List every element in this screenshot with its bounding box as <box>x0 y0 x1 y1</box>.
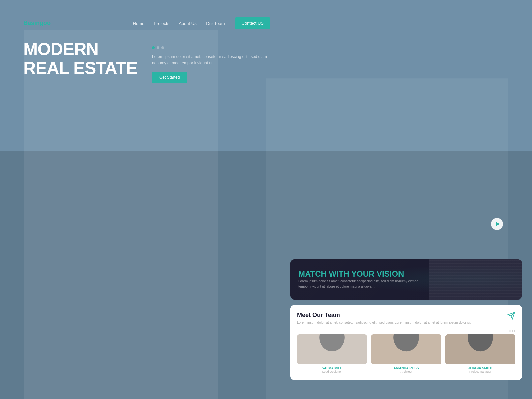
right-panel: Our Projects LABELLA WALL LOS ANGELES Lo… <box>290 10 522 389</box>
dot-2[interactable] <box>157 46 159 49</box>
logo-text: Basing <box>23 20 43 26</box>
hero-title-line1: MODERN <box>23 39 98 59</box>
modern-homes-content: Lorem ipsum dolor sit amet, consetetur s… <box>297 207 515 247</box>
team-role-2: Architect <box>371 370 441 373</box>
match-title-highlight: VISION <box>377 269 404 278</box>
match-vision-section: MATCH WITH YOUR VISION Lorem ipsum dolor… <box>290 259 522 300</box>
team-section: Meet Our Team Lorem ipsum dolor sit amet… <box>290 305 522 380</box>
team-description: Lorem ipsum dolor sit amet, consetetur s… <box>297 320 471 325</box>
navbar: Basingoo Home Projects About Us Our Team… <box>10 10 284 36</box>
team-photo-amanda <box>371 334 441 364</box>
team-dot-2[interactable] <box>512 330 513 332</box>
dot-1[interactable] <box>152 46 155 49</box>
team-navigation-dots <box>297 330 515 332</box>
hero-cta-button[interactable]: Get Started <box>152 72 187 83</box>
dot-3[interactable] <box>161 46 164 49</box>
hero-right-block: Lorem ipsum dolor sit amet, consetetur s… <box>142 40 270 83</box>
team-members-grid: SALMA MILL Lead Designer AMANDA ROSS Arc… <box>297 334 515 373</box>
team-name-1: SALMA MILL <box>297 366 367 370</box>
match-building-grid <box>429 259 522 300</box>
logo[interactable]: Basingoo <box>23 20 51 27</box>
nav-links: Home Projects About Us Our Team <box>133 20 225 26</box>
logo-highlight: oo <box>43 20 51 26</box>
match-title: MATCH WITH YOUR VISION <box>298 269 514 279</box>
hero-description: Lorem ipsum dolor sit amet, consetetur s… <box>152 54 270 66</box>
contact-button[interactable]: Contact US <box>235 17 270 29</box>
team-member-3: JORGIA SMITH Project Manager <box>445 334 515 373</box>
hero-carousel-dots <box>152 46 270 49</box>
hero-title-line2: REAL ESTATE <box>23 58 137 78</box>
team-name-2: AMANDA ROSS <box>371 366 441 370</box>
team-dot-1[interactable] <box>509 330 511 332</box>
hero-title: MODERN REAL ESTATE <box>23 40 142 78</box>
team-photo-salma <box>297 334 367 364</box>
nav-about[interactable]: About Us <box>179 21 196 26</box>
team-photo-jorgia <box>445 334 515 364</box>
nav-home[interactable]: Home <box>133 21 145 26</box>
match-description: Lorem ipsum dolor sit amet, consetetur s… <box>298 279 428 289</box>
nav-team[interactable]: Our Team <box>206 21 225 26</box>
team-member-1: SALMA MILL Lead Designer <box>297 334 367 373</box>
hero-title-block: MODERN REAL ESTATE <box>23 40 142 78</box>
team-dot-3[interactable] <box>514 330 515 332</box>
play-button-2[interactable] <box>491 218 503 230</box>
team-member-2: AMANDA ROSS Architect <box>371 334 441 373</box>
match-title-text: MATCH WITH YOUR <box>298 269 374 278</box>
team-role-1: Lead Designer <box>297 370 367 373</box>
send-icon <box>507 312 515 321</box>
team-name-3: JORGIA SMITH <box>445 366 515 370</box>
team-role-3: Project Manager <box>445 370 515 373</box>
modern-homes-section: MODERN & FUTURISTIC HOMES FITS WITH YOUR… <box>290 190 522 254</box>
hero-content: MODERN REAL ESTATE Lorem ipsum dolor sit… <box>10 36 284 90</box>
nav-projects[interactable]: Projects <box>154 21 169 26</box>
video-thumb-2[interactable] <box>479 207 515 241</box>
match-building-bg <box>429 259 522 300</box>
team-title: Meet Our Team <box>297 312 471 319</box>
